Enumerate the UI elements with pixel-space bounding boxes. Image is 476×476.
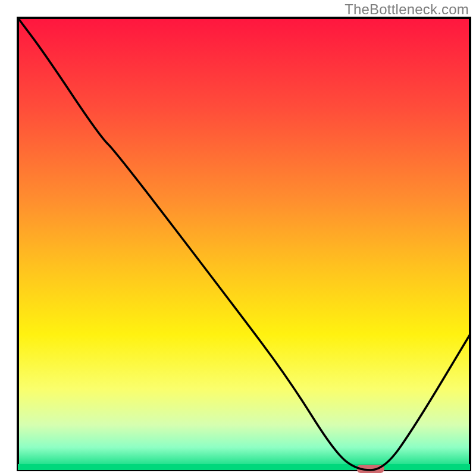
chart-stage: TheBottleneck.com bbox=[0, 0, 476, 476]
plot-background bbox=[18, 18, 470, 470]
bottleneck-chart bbox=[0, 0, 476, 476]
baseline-strip bbox=[18, 464, 470, 470]
